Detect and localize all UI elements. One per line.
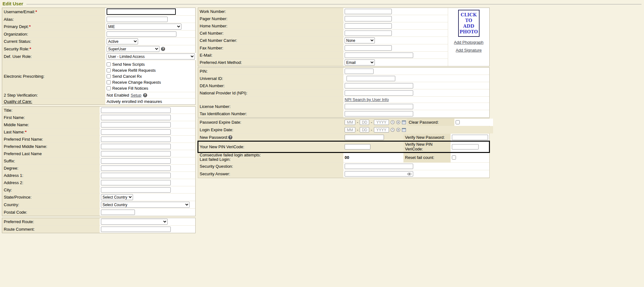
label-text: Password Expire Date: — [200, 120, 241, 125]
preferred-last-name-input[interactable] — [101, 151, 171, 156]
label-text: Preferred Alert Method: — [200, 60, 242, 65]
send-cancel-rx-option[interactable]: Send Cancel Rx — [107, 73, 142, 79]
receive-fill-notices-option[interactable]: Receive Fill Notices — [107, 85, 148, 91]
reset-fail-count-checkbox[interactable] — [452, 155, 456, 160]
cell-number-input[interactable] — [345, 31, 392, 36]
add-photograph-link[interactable]: Add Photograph — [454, 40, 484, 45]
receive-change-requests-option[interactable]: Receive Change Requests — [107, 79, 161, 85]
send-new-scripts-checkbox[interactable] — [107, 62, 111, 66]
send-new-scripts-option[interactable]: Send New Scripts — [107, 61, 145, 67]
label-text: Title: — [4, 108, 13, 113]
verify-new-pin-vericode-input[interactable] — [452, 144, 479, 149]
def-user-role-label: Def. User Role: — [2, 53, 105, 60]
security-question-input[interactable] — [345, 164, 413, 169]
address2-input[interactable] — [101, 180, 171, 185]
verify-new-password-input[interactable] — [452, 135, 488, 140]
receive-change-requests-checkbox[interactable] — [107, 80, 111, 84]
first-name-input[interactable] — [101, 115, 171, 120]
last-name-input[interactable] — [101, 129, 171, 135]
work-number-input[interactable] — [345, 9, 392, 14]
receive-refill-requests-option[interactable]: Receive Refill Requests — [107, 67, 156, 73]
setup-link[interactable]: Setup — [131, 93, 142, 98]
new-pin-vericode-input[interactable] — [345, 144, 370, 149]
clock-icon[interactable] — [391, 128, 395, 132]
suffix-input[interactable] — [101, 158, 171, 164]
quality-of-care-link[interactable]: Quality of Care: — [4, 99, 32, 104]
login-expire-mm-input[interactable] — [345, 127, 355, 132]
dea-number-field — [343, 82, 489, 89]
password-expire-dd-input[interactable] — [360, 120, 369, 125]
new-pin-vericode-row: Your New PIN VeriCode: Verify New PIN Ve… — [198, 141, 489, 152]
universal-id-input[interactable] — [347, 76, 395, 81]
tax-id-input[interactable] — [345, 111, 413, 116]
address2-label: Address 2: — [2, 179, 100, 186]
label-text: Suffix: — [4, 159, 15, 163]
label-text: Tax Identification Number: — [200, 111, 247, 116]
help-icon[interactable]: ? — [228, 135, 232, 139]
current-status-row: Current Status: Active — [2, 38, 195, 45]
address1-input[interactable] — [101, 173, 171, 178]
def-user-role-select[interactable]: User - Limited Access — [107, 53, 195, 59]
preferred-first-name-input[interactable] — [101, 137, 171, 142]
organization-input[interactable] — [107, 31, 176, 37]
security-role-select[interactable]: SuperUser — [107, 46, 159, 52]
add-signature-link[interactable]: Add Signature — [456, 48, 481, 53]
photo-placeholder-box[interactable]: CLICK TO ADD PHOTO — [458, 10, 480, 37]
calendar-icon[interactable] — [402, 120, 406, 124]
city-input[interactable] — [101, 187, 171, 193]
clear-password-field — [454, 119, 493, 126]
preferred-middle-name-input[interactable] — [101, 144, 171, 149]
password-expire-yyyy-input[interactable] — [374, 120, 389, 125]
calendar-icon[interactable] — [402, 128, 406, 132]
postal-code-input[interactable] — [101, 210, 135, 215]
suffix-label: Suffix: — [2, 157, 100, 164]
username-input[interactable] — [107, 8, 176, 15]
work-number-label: Work Number: — [198, 8, 343, 15]
new-password-input[interactable] — [345, 135, 384, 140]
npi-search-link[interactable]: NPI Search by User Info — [345, 97, 389, 102]
degree-input[interactable] — [101, 166, 171, 171]
dea-number-input[interactable] — [345, 83, 413, 88]
home-number-input[interactable] — [345, 23, 392, 29]
state-province-label: State/Province: — [2, 194, 100, 201]
country-select[interactable]: Select Country — [101, 202, 190, 208]
security-answer-input[interactable] — [345, 171, 413, 177]
npi-input[interactable] — [345, 90, 413, 96]
fax-number-input[interactable] — [345, 45, 392, 51]
primary-dept-select[interactable]: MIE — [107, 24, 181, 30]
help-icon[interactable]: ? — [143, 93, 147, 97]
label-text: Cell Number Carrier: — [200, 38, 237, 43]
password-expire-mm-input[interactable] — [345, 120, 355, 125]
route-comment-input[interactable] — [101, 227, 171, 232]
help-icon[interactable]: ? — [161, 47, 165, 51]
pager-number-input[interactable] — [345, 16, 392, 21]
receive-refill-requests-checkbox[interactable] — [107, 68, 111, 72]
preferred-route-select[interactable] — [101, 219, 168, 225]
clear-date-icon[interactable] — [396, 128, 400, 132]
state-province-select[interactable]: Select Country — [101, 194, 133, 200]
alias-field — [105, 16, 195, 23]
clear-date-icon[interactable] — [396, 120, 400, 124]
pin-input[interactable] — [345, 69, 374, 74]
alert-method-select[interactable]: Email — [345, 59, 375, 65]
login-expire-yyyy-input[interactable] — [374, 127, 389, 132]
photo-placeholder-text: PHOTO — [459, 29, 479, 35]
title-input[interactable] — [101, 108, 171, 113]
middle-name-input[interactable] — [101, 122, 171, 127]
cell-carrier-select[interactable]: None — [345, 37, 375, 43]
clock-icon[interactable] — [391, 120, 395, 124]
current-status-select[interactable]: Active — [107, 38, 138, 44]
email-label: E-Mail: — [198, 52, 343, 59]
receive-fill-notices-checkbox[interactable] — [107, 86, 111, 90]
label-text: Cell Number: — [200, 31, 224, 36]
alias-input[interactable] — [107, 17, 168, 22]
label-text: PIN: — [200, 69, 208, 74]
eye-icon[interactable] — [407, 172, 412, 176]
license-number-field — [343, 103, 489, 110]
email-input[interactable] — [345, 53, 413, 58]
pager-number-field — [343, 15, 448, 22]
license-number-input[interactable] — [345, 104, 413, 109]
send-cancel-rx-checkbox[interactable] — [107, 74, 111, 78]
login-expire-dd-input[interactable] — [360, 127, 369, 132]
clear-password-checkbox[interactable] — [456, 120, 460, 124]
